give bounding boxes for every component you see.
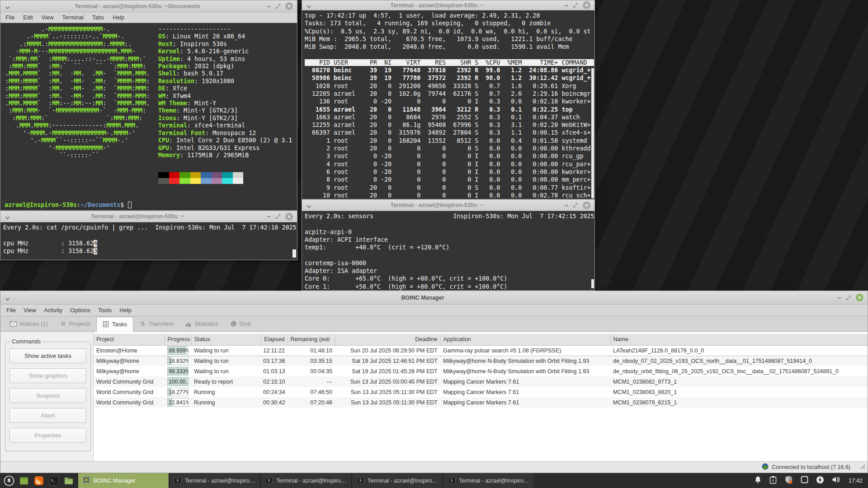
task-row[interactable]: Einstein@Home89.959%Waiting to run12:11:… xyxy=(94,345,868,356)
mint-menu-icon[interactable] xyxy=(3,475,15,487)
window-menu-chevron-icon[interactable] xyxy=(6,294,9,302)
maximize-button[interactable]: ⤢ xyxy=(846,294,851,301)
titlebar[interactable]: Terminal - azrael@Inspiron-530s: ~ – ⤢ ✕ xyxy=(302,0,594,10)
task-row[interactable]: Milkyway@home18.832%Waiting to run03:17:… xyxy=(94,356,868,366)
task-row[interactable]: World Community Grid22.841%Running00:30:… xyxy=(94,397,868,408)
suspend-button[interactable]: Suspend xyxy=(9,388,86,403)
col-deadline[interactable]: Deadline xyxy=(335,334,440,345)
task-project: Milkyway@home xyxy=(94,356,165,366)
maximize-button[interactable]: ⤢ xyxy=(573,202,578,209)
tab-notices[interactable]: Notices (1) xyxy=(4,316,54,331)
boinc-statusbar: Connected to localhost (7.16.6) xyxy=(0,461,868,473)
menu-edit[interactable]: Edit xyxy=(23,14,33,21)
palette-swatch xyxy=(190,172,201,178)
col-project[interactable]: Project xyxy=(94,334,165,345)
taskbar-button-terminal-4[interactable]: $ Terminal - azrael@Inspiro… xyxy=(443,473,534,488)
taskbar-button-label: BOINC Manager xyxy=(94,478,135,484)
menu-activity[interactable]: Activity xyxy=(44,307,62,314)
task-row[interactable]: World Community Grid18.277%Running00:24:… xyxy=(94,387,868,397)
window-menu-chevron-icon[interactable] xyxy=(6,212,9,221)
file-manager-icon[interactable] xyxy=(63,475,75,487)
titlebar[interactable]: Terminal - azrael@Inspiron-530s: ~/Docum… xyxy=(0,0,297,12)
window-menu-chevron-icon[interactable] xyxy=(307,201,311,209)
show-active-tasks-button[interactable]: Show active tasks xyxy=(9,348,86,363)
power-manager-icon[interactable] xyxy=(816,476,824,486)
menu-help[interactable]: Help xyxy=(119,307,132,314)
taskbar-button-boinc[interactable]: BOINC Manager xyxy=(78,473,169,488)
taskbar-button-terminal-2[interactable]: $ Terminal - azrael@Inspiro… xyxy=(260,473,352,488)
security-shield-icon[interactable] xyxy=(784,475,793,486)
col-application[interactable]: Application xyxy=(440,334,610,345)
minimize-button[interactable]: – xyxy=(267,214,271,219)
menu-file[interactable]: File xyxy=(5,14,14,21)
col-remaining[interactable]: Remaining (esti xyxy=(288,334,335,345)
maximize-button[interactable]: ⤢ xyxy=(276,3,280,10)
volume-icon[interactable] xyxy=(832,476,841,485)
maximize-button[interactable]: ⤢ xyxy=(573,2,578,9)
task-row[interactable]: World Community Grid100.00...Ready to re… xyxy=(94,376,868,387)
minimize-button[interactable]: – xyxy=(267,4,271,9)
terminal-content[interactable]: top - 17:42:17 up 4:57, 1 user, load ave… xyxy=(302,10,594,199)
properties-button[interactable]: Properties xyxy=(9,428,86,443)
resize-grip[interactable] xyxy=(859,464,865,471)
firefox-icon[interactable] xyxy=(33,475,45,487)
show-graphics-button[interactable]: Show graphics xyxy=(9,368,86,383)
terminal-content[interactable]: .-MMMMMMMMMMMMMMM-. .-MMMM`..-:::::::-..… xyxy=(0,23,297,210)
desktop: Terminal - azrael@Inspiron-530s: ~/Docum… xyxy=(0,0,868,488)
show-desktop-icon[interactable] xyxy=(18,475,30,487)
terminal-launcher-icon[interactable]: $_ xyxy=(48,475,60,487)
titlebar[interactable]: Terminal - azrael@Inspiron-530s: ~ – ⤢ ✕ xyxy=(0,211,297,222)
notifications-bell-icon[interactable] xyxy=(754,476,762,486)
tab-disk[interactable]: Disk xyxy=(224,316,257,331)
minimize-button[interactable]: – xyxy=(565,3,568,8)
terminal-content[interactable]: Every 2.0s: cat /proc/cpuinfo | grep ...… xyxy=(0,222,297,260)
taskbar-button-terminal-3[interactable]: $ Terminal - azrael@Inspiro… xyxy=(352,473,443,488)
window-title: Terminal - azrael@Inspiron-530s: ~ xyxy=(329,2,545,9)
task-progress: 99.333% xyxy=(165,366,191,376)
scrollbar-thumb[interactable] xyxy=(591,68,594,198)
col-status[interactable]: Status xyxy=(191,334,260,345)
titlebar[interactable]: Terminal - azrael@Inspiron-530s: ~ – ⤢ ✕ xyxy=(302,200,594,211)
close-button[interactable]: ✕ xyxy=(285,2,293,10)
col-progress[interactable]: Progress xyxy=(165,334,191,345)
clock[interactable]: 17:42 xyxy=(849,478,863,484)
terminal-window-top: Terminal - azrael@Inspiron-530s: ~ – ⤢ ✕… xyxy=(302,0,595,199)
menu-file[interactable]: File xyxy=(6,307,16,314)
gear-icon: ⚙ xyxy=(60,320,66,327)
tab-transfers[interactable]: ⇅ Transfers xyxy=(133,316,179,331)
titlebar[interactable]: BOINC Manager – ⤢ ✕ xyxy=(0,291,868,305)
terminal-content[interactable]: Every 2.0s: sensors Inspiron-530s: Mon J… xyxy=(302,211,594,290)
menu-tabs[interactable]: Tabs xyxy=(92,14,104,21)
window-menu-chevron-icon[interactable] xyxy=(307,1,311,9)
workspaces-icon[interactable] xyxy=(801,476,808,485)
tab-projects[interactable]: ⚙ Projects xyxy=(54,316,96,331)
close-button[interactable]: ✕ xyxy=(285,213,293,221)
close-button[interactable]: ✕ xyxy=(583,202,590,209)
close-button[interactable]: ✕ xyxy=(583,1,590,9)
menu-help[interactable]: Help xyxy=(113,14,124,21)
palette-swatch xyxy=(212,178,222,184)
tab-statistics[interactable]: Statistics xyxy=(179,316,224,331)
menu-view[interactable]: View xyxy=(42,14,54,21)
col-name[interactable]: Name xyxy=(610,334,868,345)
maximize-button[interactable]: ⤢ xyxy=(276,213,280,220)
tab-tasks[interactable]: Tasks xyxy=(96,317,133,332)
minimize-button[interactable]: – xyxy=(838,296,841,300)
col-elapsed[interactable]: Elapsed xyxy=(260,334,288,345)
taskbar-button-terminal-1[interactable]: $ Terminal - azrael@Inspiro… xyxy=(169,473,260,488)
scrollbar-thumb[interactable] xyxy=(591,279,594,288)
menu-view[interactable]: View xyxy=(24,307,36,314)
window-menu-chevron-icon[interactable] xyxy=(6,2,9,10)
abort-button[interactable]: Abort xyxy=(9,408,86,423)
terminal-cursor xyxy=(128,202,132,208)
minimize-button[interactable]: – xyxy=(565,203,568,207)
window-title: Terminal - azrael@Inspiron-530s: ~ xyxy=(329,202,545,208)
scrollbar-thumb[interactable] xyxy=(292,249,296,258)
menu-tools[interactable]: Tools xyxy=(98,307,112,314)
clipboard-icon[interactable]: ! xyxy=(769,476,777,486)
task-row[interactable]: Milkyway@home99.333%Waiting to run01:03:… xyxy=(94,366,868,376)
menu-terminal[interactable]: Terminal xyxy=(62,14,84,21)
close-button[interactable]: ✕ xyxy=(856,294,863,301)
menu-options[interactable]: Options xyxy=(70,307,90,314)
palette-swatch xyxy=(201,178,212,184)
